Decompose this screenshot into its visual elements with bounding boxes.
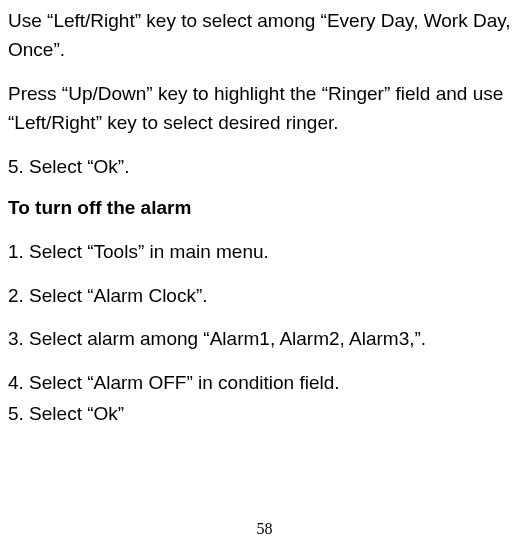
body-paragraph: 5. Select “Ok”. bbox=[8, 152, 525, 181]
section-heading: To turn off the alarm bbox=[8, 197, 525, 219]
step-item: 1. Select “Tools” in main menu. bbox=[8, 237, 525, 266]
step-item: 5. Select “Ok” bbox=[8, 399, 525, 428]
step-item: 3. Select alarm among “Alarm1, Alarm2, A… bbox=[8, 324, 525, 353]
body-paragraph: Use “Left/Right” key to select among “Ev… bbox=[8, 6, 525, 65]
step-item: 2. Select “Alarm Clock”. bbox=[8, 281, 525, 310]
document-page: Use “Left/Right” key to select among “Ev… bbox=[0, 0, 529, 548]
page-number: 58 bbox=[0, 520, 529, 538]
step-item: 4. Select “Alarm OFF” in condition field… bbox=[8, 368, 525, 397]
body-paragraph: Press “Up/Down” key to highlight the “Ri… bbox=[8, 79, 525, 138]
